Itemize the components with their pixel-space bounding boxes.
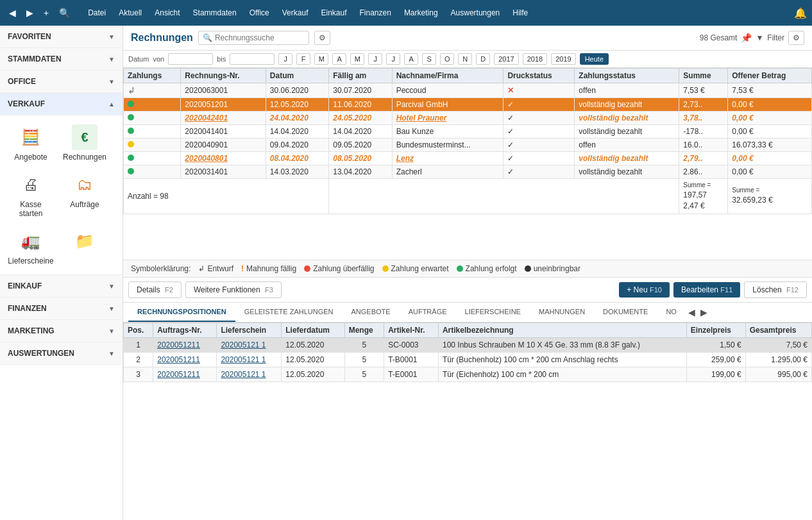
month-mar-btn[interactable]: M: [314, 53, 328, 65]
menu-aktuell[interactable]: Aktuell: [112, 6, 148, 20]
table-row[interactable]: 2020041401 14.04.2020 14.04.2020 Bau Kun…: [124, 125, 812, 138]
table-row[interactable]: 2020051201 12.05.2020 11.06.2020 Parciva…: [124, 98, 812, 112]
search-settings-button[interactable]: ⚙: [314, 31, 330, 45]
menu-hilfe[interactable]: Hilfe: [506, 6, 534, 20]
table-row[interactable]: 2020042401 24.04.2020 24.05.2020 Hotel P…: [124, 112, 812, 125]
sidebar-item-rechnungen[interactable]: € Rechnungen: [59, 121, 110, 165]
tab-auftraege[interactable]: AUFTRÄGE: [400, 303, 456, 322]
tab-lieferscheine[interactable]: LIEFERSCHEINE: [456, 303, 530, 322]
month-oct-btn[interactable]: O: [440, 53, 454, 65]
col-lieferschein[interactable]: Lieferschein: [217, 323, 282, 338]
year-2018-btn[interactable]: 2018: [523, 53, 547, 65]
menu-auswertungen[interactable]: Auswertungen: [444, 6, 507, 20]
filter-settings-button[interactable]: ⚙: [788, 31, 804, 45]
nav-back-button[interactable]: ◀: [5, 5, 20, 21]
month-aug-btn[interactable]: A: [404, 53, 418, 65]
table-row[interactable]: 2020031401 14.03.2020 13.04.2020 Zacherl…: [124, 165, 812, 179]
col-rechnungs-nr[interactable]: Rechnungs-Nr.: [181, 69, 266, 83]
tab-angebote[interactable]: ANGEBOTE: [343, 303, 400, 322]
bottom-table-container[interactable]: Pos. Auftrags-Nr. Lieferschein Lieferdat…: [123, 323, 812, 520]
sidebar-item-angebote[interactable]: 🧮 Angebote: [5, 121, 56, 165]
date-to-input[interactable]: [230, 53, 275, 65]
menu-marketing[interactable]: Marketing: [398, 6, 444, 20]
tab-prev-button[interactable]: ◀: [686, 305, 698, 320]
col-datum[interactable]: Datum: [266, 69, 328, 83]
tab-dokumente[interactable]: DOKUMENTE: [594, 303, 657, 322]
year-2017-btn[interactable]: 2017: [494, 53, 518, 65]
table-row[interactable]: 2020040801 08.04.2020 08.05.2020 Lenz ✓ …: [124, 152, 812, 165]
col-gesamtpreis[interactable]: Gesamtpreis: [745, 323, 811, 338]
table-row[interactable]: 2020040901 09.04.2020 09.05.2020 Bundesm…: [124, 138, 812, 152]
year-2019-btn[interactable]: 2019: [551, 53, 575, 65]
table-row[interactable]: 1 2020051211 202005121 1 12.05.2020 5 SC…: [124, 338, 812, 353]
sidebar-item-lieferscheine[interactable]: 🚛 Lieferscheine: [5, 224, 56, 269]
col-zahlung[interactable]: Zahlungsstatus: [575, 69, 679, 83]
cell-auftrag: 2020051211: [153, 338, 217, 353]
new-button[interactable]: + Neu F10: [619, 282, 670, 298]
sidebar-item-office[interactable]: OFFICE ▼: [0, 71, 123, 93]
date-from-input[interactable]: [168, 53, 213, 65]
weitere-button[interactable]: Weitere Funktionen F3: [185, 281, 282, 298]
table-row[interactable]: 2 2020051211 202005121 1 12.05.2020 5 T-…: [124, 353, 812, 367]
col-name[interactable]: Nachname/Firma: [392, 69, 503, 83]
tab-geleistete-zahlungen[interactable]: GELEISTETE ZAHLUNGEN: [235, 303, 343, 322]
col-auftrag-nr[interactable]: Auftrags-Nr.: [153, 323, 217, 338]
month-sep-btn[interactable]: S: [422, 53, 436, 65]
menu-datei[interactable]: Datei: [81, 6, 112, 20]
col-artikel-nr[interactable]: Artikel-Nr.: [384, 323, 439, 338]
tab-next-button[interactable]: ▶: [698, 305, 710, 320]
month-nov-btn[interactable]: N: [458, 53, 472, 65]
col-druck[interactable]: Druckstatus: [503, 69, 575, 83]
month-dec-btn[interactable]: D: [476, 53, 490, 65]
month-feb-btn[interactable]: F: [296, 53, 310, 65]
sidebar-item-stammdaten[interactable]: STAMMDATEN ▼: [0, 48, 123, 71]
sidebar-item-auswertungen[interactable]: AUSWERTUNGEN ▼: [0, 342, 123, 365]
menu-finanzen[interactable]: Finanzen: [353, 6, 398, 20]
nav-add-button[interactable]: +: [40, 5, 53, 21]
sidebar-item-kasse[interactable]: 🖨 Kasse starten: [5, 168, 56, 222]
col-summe[interactable]: Summe: [679, 69, 728, 83]
col-lieferdatum[interactable]: Lieferdatum: [282, 323, 344, 338]
sidebar-item-folder[interactable]: 📁: [59, 224, 110, 269]
col-einzelpreis[interactable]: Einzelpreis: [686, 323, 745, 338]
col-menge[interactable]: Menge: [344, 323, 384, 338]
sidebar-item-einkauf[interactable]: EINKAUF ▼: [0, 275, 123, 298]
nav-forward-button[interactable]: ▶: [22, 5, 37, 21]
month-apr-btn[interactable]: A: [332, 53, 346, 65]
nav-search-button[interactable]: 🔍: [55, 5, 74, 21]
table-row[interactable]: 3 2020051211 202005121 1 12.05.2020 5 T-…: [124, 367, 812, 382]
month-jan-btn[interactable]: J: [278, 53, 292, 65]
details-button[interactable]: Details F2: [128, 281, 182, 298]
heute-button[interactable]: Heute: [580, 53, 609, 65]
bearbeiten-button[interactable]: Bearbeiten F11: [673, 282, 740, 298]
tab-rechnungspositionen[interactable]: RECHNUNGSPOSITIONEN: [128, 303, 235, 322]
tab-mahnungen[interactable]: MAHNUNGEN: [530, 303, 594, 322]
menu-einkauf[interactable]: Einkauf: [314, 6, 353, 20]
col-bezeichnung[interactable]: Artikelbezeichnung: [438, 323, 686, 338]
sidebar-item-finanzen[interactable]: FINANZEN ▼: [0, 298, 123, 320]
menu-verkauf[interactable]: Verkauf: [276, 6, 315, 20]
month-jul-btn[interactable]: J: [386, 53, 400, 65]
tab-no[interactable]: NO: [657, 303, 686, 322]
month-jun-btn[interactable]: J: [368, 53, 382, 65]
sidebar-item-favoriten[interactable]: FAVORITEN ▼: [0, 26, 123, 48]
table-row[interactable]: ↲ 2020063001 30.06.2020 30.07.2020 Pecco…: [124, 83, 812, 98]
menu-stammdaten[interactable]: Stammdaten: [187, 6, 243, 20]
loeschen-button[interactable]: Löschen F12: [744, 281, 807, 298]
menu-office[interactable]: Office: [243, 6, 276, 20]
col-faellig[interactable]: Fällig am: [329, 69, 392, 83]
folder-icon: 📁: [72, 228, 97, 254]
col-offen[interactable]: Offener Betrag: [728, 69, 812, 83]
cell-faellig: 08.05.2020: [329, 152, 392, 165]
sidebar-item-auftraege[interactable]: 🗂 Aufträge: [59, 168, 110, 222]
bell-icon[interactable]: 🔔: [794, 7, 807, 19]
filter-button[interactable]: Filter: [767, 33, 784, 42]
sidebar-item-verkauf[interactable]: VERKAUF ▲: [0, 93, 123, 115]
search-input[interactable]: [215, 33, 305, 42]
col-pos[interactable]: Pos.: [124, 323, 153, 338]
main-table-container[interactable]: Zahlungs Rechnungs-Nr. Datum Fällig am N…: [123, 68, 812, 260]
month-may-btn[interactable]: M: [350, 53, 364, 65]
col-zahlungs[interactable]: Zahlungs: [124, 69, 181, 83]
menu-ansicht[interactable]: Ansicht: [148, 6, 186, 20]
sidebar-item-marketing[interactable]: MARKETING ▼: [0, 320, 123, 342]
